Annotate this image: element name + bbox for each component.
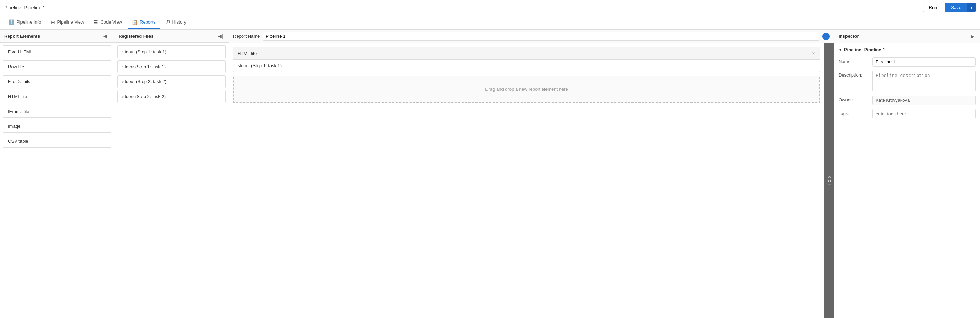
help-sidebar[interactable]: Help bbox=[824, 43, 834, 318]
nav-tabs: ℹ️ Pipeline Info ⊞ Pipeline View ☰ Code … bbox=[0, 15, 980, 30]
tab-code-view-label: Code View bbox=[100, 19, 122, 25]
canvas-panel: Report Name i HTML file × stdout (Step 1… bbox=[229, 30, 834, 318]
name-input[interactable] bbox=[872, 57, 976, 66]
report-elements-collapse-btn[interactable]: ◀| bbox=[102, 33, 110, 40]
save-group: Save ▾ bbox=[945, 3, 976, 12]
registered-files-content: stdout (Step 1: task 1) stderr (Step 1: … bbox=[115, 43, 229, 318]
inspector-section-header: ▼ Pipeline: Pipeline 1 bbox=[838, 47, 976, 52]
inspector-panel: Inspector ▶| ▼ Pipeline: Pipeline 1 Name… bbox=[834, 30, 980, 318]
inspector-name-field: Name: bbox=[838, 57, 976, 66]
registered-files-collapse-btn[interactable]: ◀| bbox=[216, 33, 224, 40]
registered-files-header: Registered Files ◀| bbox=[115, 30, 229, 43]
help-label: Help bbox=[827, 176, 831, 185]
registered-files-panel: Registered Files ◀| stdout (Step 1: task… bbox=[115, 30, 229, 318]
report-card-body: stdout (Step 1: task 1) bbox=[233, 60, 820, 72]
description-textarea[interactable] bbox=[872, 71, 976, 92]
tab-pipeline-view-label: Pipeline View bbox=[57, 19, 84, 25]
report-name-input[interactable] bbox=[262, 32, 819, 41]
inspector-owner-field: Owner: Kate Krovyakova bbox=[838, 96, 976, 105]
file-stdout-step2[interactable]: stdout (Step 2: task 2) bbox=[117, 75, 226, 88]
element-csv-table[interactable]: CSV table bbox=[3, 135, 111, 147]
tab-pipeline-view[interactable]: ⊞ Pipeline View bbox=[47, 16, 88, 29]
name-label: Name: bbox=[838, 57, 870, 64]
inspector-header: Inspector ▶| bbox=[834, 30, 980, 43]
main-layout: Report Elements ◀| Fixed HTML Raw file F… bbox=[0, 30, 980, 318]
file-stderr-step2[interactable]: stderr (Step 2: task 2) bbox=[117, 90, 226, 103]
element-image[interactable]: Image bbox=[3, 120, 111, 133]
save-button[interactable]: Save bbox=[945, 3, 967, 12]
tab-reports-label: Reports bbox=[140, 19, 156, 25]
history-icon: ⏱ bbox=[165, 19, 170, 25]
canvas-header: Report Name i bbox=[229, 30, 834, 43]
inspector-collapse-button[interactable]: ▶| bbox=[970, 33, 976, 39]
tab-history[interactable]: ⏱ History bbox=[161, 16, 190, 29]
report-info-button[interactable]: i bbox=[822, 33, 830, 40]
canvas-with-help: HTML file × stdout (Step 1: task 1) Drag… bbox=[229, 43, 834, 318]
drop-zone[interactable]: Drag and drop a new report element here bbox=[233, 76, 820, 103]
section-chevron-icon: ▼ bbox=[838, 48, 842, 52]
report-name-label: Report Name bbox=[233, 33, 260, 39]
inspector-title: Inspector bbox=[838, 33, 859, 39]
code-view-icon: ☰ bbox=[94, 19, 98, 25]
registered-files-title: Registered Files bbox=[119, 33, 153, 39]
inspector-description-field: Description: bbox=[838, 71, 976, 92]
top-bar: Pipeline: Pipeline 1 Run Save ▾ bbox=[0, 0, 980, 15]
description-label: Description: bbox=[838, 71, 870, 78]
file-stdout-step1[interactable]: stdout (Step 1: task 1) bbox=[117, 45, 226, 58]
owner-label: Owner: bbox=[838, 96, 870, 103]
drop-zone-text: Drag and drop a new report element here bbox=[485, 87, 568, 92]
report-card-close-button[interactable]: × bbox=[811, 50, 816, 57]
canvas-scroll: HTML file × stdout (Step 1: task 1) Drag… bbox=[229, 43, 824, 318]
tab-reports[interactable]: 📋 Reports bbox=[127, 16, 160, 29]
tags-input[interactable] bbox=[872, 109, 976, 119]
tab-history-label: History bbox=[172, 19, 186, 25]
page-title: Pipeline: Pipeline 1 bbox=[4, 5, 45, 10]
top-bar-actions: Run Save ▾ bbox=[923, 3, 976, 12]
tab-code-view[interactable]: ☰ Code View bbox=[89, 16, 126, 29]
tab-pipeline-info[interactable]: ℹ️ Pipeline Info bbox=[4, 16, 45, 29]
report-elements-panel: Report Elements ◀| Fixed HTML Raw file F… bbox=[0, 30, 115, 318]
report-card-header: HTML file × bbox=[233, 47, 820, 60]
info-icon: ℹ️ bbox=[8, 19, 14, 25]
run-button[interactable]: Run bbox=[923, 3, 943, 12]
report-elements-title: Report Elements bbox=[4, 33, 40, 39]
element-html-file[interactable]: HTML file bbox=[3, 90, 111, 103]
report-card-subtitle: stdout (Step 1: task 1) bbox=[237, 63, 282, 68]
element-raw-file[interactable]: Raw file bbox=[3, 60, 111, 73]
pipeline-view-icon: ⊞ bbox=[51, 19, 55, 25]
reports-icon: 📋 bbox=[132, 19, 138, 25]
tags-label: Tags: bbox=[838, 109, 870, 116]
file-stderr-step1[interactable]: stderr (Step 1: task 1) bbox=[117, 60, 226, 73]
tab-pipeline-info-label: Pipeline Info bbox=[16, 19, 41, 25]
inspector-tags-field: Tags: bbox=[838, 109, 976, 119]
save-dropdown-button[interactable]: ▾ bbox=[967, 3, 976, 12]
inspector-content: ▼ Pipeline: Pipeline 1 Name: Description… bbox=[834, 43, 980, 318]
element-file-details[interactable]: File Details bbox=[3, 75, 111, 88]
owner-value: Kate Krovyakova bbox=[872, 96, 976, 105]
report-elements-header: Report Elements ◀| bbox=[0, 30, 114, 43]
element-iframe-file[interactable]: IFrame file bbox=[3, 105, 111, 118]
report-card-html-file: HTML file × stdout (Step 1: task 1) bbox=[233, 47, 820, 72]
element-fixed-html[interactable]: Fixed HTML bbox=[3, 45, 111, 58]
inspector-section-title: Pipeline: Pipeline 1 bbox=[844, 47, 885, 52]
report-card-title: HTML file bbox=[237, 51, 257, 56]
report-elements-content: Fixed HTML Raw file File Details HTML fi… bbox=[0, 43, 114, 318]
